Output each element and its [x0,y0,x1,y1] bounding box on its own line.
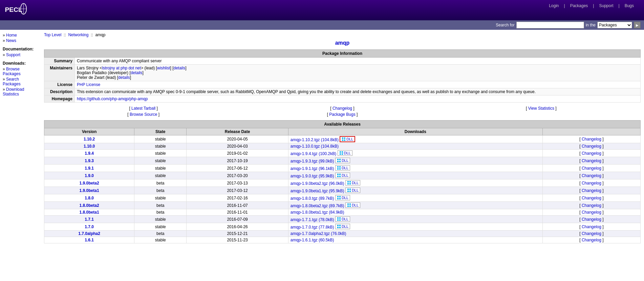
release-tgz-link[interactable]: amqp-1.10.0.tgz (104.8kB) [291,144,339,149]
release-changelog-link[interactable]: Changelog [582,203,601,208]
changelog-link[interactable]: Changelog [332,106,352,111]
release-changelog-link[interactable]: Changelog [582,173,601,178]
sidebar-browse-packages-link[interactable]: Browse Packages [3,67,21,76]
breadcrumb-toplevel[interactable]: Top Level [44,33,61,37]
search-button[interactable]: ▶ [634,22,641,28]
sidebar-download-statistics-link[interactable]: Download Statistics [3,87,24,96]
release-tgz-link[interactable]: amqp-1.9.3.tgz (99.0kB) [291,159,334,164]
release-version-link[interactable]: 1.8.0beta1 [80,210,99,215]
details-link-1[interactable]: details [174,66,186,70]
release-changelog-link[interactable]: Changelog [582,137,601,142]
svg-rect-21 [339,174,341,175]
browse-source-container: [ Browse Source ] [44,112,243,117]
release-tgz-link[interactable]: amqp-1.7.0.tgz (77.8kB) [291,225,334,230]
release-tgz-link[interactable]: amqp-1.6.1.tgz (60.5kB) [291,238,334,242]
release-changelog-cell: [ Changelog ] [542,165,640,172]
header-nav: Login | Packages | Support | Bugs [549,3,634,8]
release-date-cell: 2015-11-23 [187,237,288,243]
release-version-link[interactable]: 1.7.1 [85,217,94,222]
release-version-cell: 1.7.1 [44,216,134,223]
dll-button[interactable]: DLL [345,180,360,186]
release-tgz-link[interactable]: amqp-1.8.0beta1.tgz (84.9kB) [291,210,344,215]
release-version-link[interactable]: 1.7.0 [85,224,94,229]
release-version-link[interactable]: 1.9.0 [85,173,94,178]
release-version-link[interactable]: 1.9.0beta1 [80,188,99,193]
release-state-cell: stable [134,237,187,243]
release-version-link[interactable]: 1.6.1 [85,238,94,242]
dll-button[interactable]: DLL [338,150,352,156]
release-version-cell: 1.6.1 [44,237,134,243]
release-changelog-link[interactable]: Changelog [582,166,601,171]
packages-link[interactable]: Packages [570,3,588,8]
release-version-link[interactable]: 1.9.1 [85,166,94,171]
release-version-link[interactable]: 1.9.4 [85,151,94,156]
latest-tarball-link[interactable]: Latest Tarball [131,106,155,111]
sidebar-news-link[interactable]: News [6,38,16,43]
release-tgz-link[interactable]: amqp-1.9.0beta2.tgz (96.0kB) [291,181,344,186]
dll-button[interactable]: DLL [345,188,360,193]
dll-button[interactable]: DLL [335,158,350,163]
php-license-link[interactable]: PHP License [77,82,100,87]
release-tgz-link[interactable]: amqp-1.9.4.tgz (100.2kB) [291,151,336,156]
release-version-cell: 1.7.0 [44,223,134,231]
release-version-link[interactable]: 1.8.0beta2 [80,203,99,208]
details-link-3[interactable]: details [118,75,130,80]
search-input[interactable] [516,22,584,28]
release-changelog-link[interactable]: Changelog [582,181,601,186]
release-downloads-cell: amqp-1.9.0beta2.tgz (96.0kB) DLL [288,179,542,187]
release-changelog-link[interactable]: Changelog [582,231,601,236]
release-tgz-link[interactable]: amqp-1.8.0.tgz (89.7kB) [291,196,334,201]
release-tgz-link[interactable]: amqp-1.9.1.tgz (96.1kB) [291,166,334,171]
homepage-link[interactable]: https://github.com/php-amqp/php-amqp [77,96,148,101]
dll-button[interactable]: DLL [335,173,350,178]
dll-button[interactable]: DLL [335,224,350,229]
details-link-2[interactable]: details [131,70,143,75]
release-version-cell: 1.10.2 [44,135,134,143]
dll-button[interactable]: DLL [345,202,360,208]
package-bugs-link[interactable]: Package Bugs [329,112,355,117]
view-statistics-link[interactable]: View Statistics [528,106,554,111]
breadcrumb-networking[interactable]: Networking [68,33,88,37]
release-state-cell: beta [134,209,187,216]
release-version-link[interactable]: 1.7.0alpha2 [78,231,100,236]
release-changelog-link[interactable]: Changelog [582,224,601,229]
release-changelog-link[interactable]: Changelog [582,217,601,222]
release-tgz-link[interactable]: amqp-1.7.0alpha2.tgz (76.0kB) [291,231,346,236]
release-changelog-link[interactable]: Changelog [582,151,601,156]
sidebar-search-packages-link[interactable]: Search Packages [3,77,21,86]
wishlist-link[interactable]: wishlist [157,66,170,70]
bugs-link[interactable]: Bugs [625,3,634,8]
release-changelog-link[interactable]: Changelog [582,196,601,200]
browse-source-link[interactable]: Browse Source [130,112,157,117]
sidebar-home-link[interactable]: Home [6,33,17,38]
release-changelog-link[interactable]: Changelog [582,158,601,163]
release-tgz-link[interactable]: amqp-1.9.0.tgz (95.9kB) [291,174,334,178]
release-version-link[interactable]: 1.10.0 [84,144,95,149]
release-tgz-link[interactable]: amqp-1.8.0beta2.tgz (89.7kB) [291,203,344,208]
dll-button[interactable]: DLL [340,136,355,142]
svg-rect-27 [349,183,351,185]
support-link[interactable]: Support [599,3,613,8]
svg-rect-11 [342,153,343,155]
release-version-link[interactable]: 1.8.0 [85,196,94,200]
dll-button[interactable]: DLL [335,195,350,200]
release-version-cell: 1.10.0 [44,143,134,150]
maintainer-email-1[interactable]: lstrojny at php dot net [102,66,141,70]
col-release-date: Release Date [187,128,288,135]
release-tgz-link[interactable]: amqp-1.9.0beta1.tgz (95.9kB) [291,189,344,193]
release-tgz-link[interactable]: amqp-1.7.1.tgz (78.0kB) [291,217,334,222]
release-changelog-link[interactable]: Changelog [582,188,601,193]
release-version-link[interactable]: 1.10.2 [84,137,95,142]
sidebar-support-link[interactable]: Support [6,52,20,57]
dll-button[interactable]: DLL [335,216,350,222]
release-tgz-link[interactable]: amqp-1.10.2.tgz (104.8kB) [291,137,339,142]
dll-button[interactable]: DLL [335,165,350,171]
svg-rect-41 [339,217,341,219]
release-changelog-link[interactable]: Changelog [582,144,601,149]
release-version-link[interactable]: 1.9.0beta2 [80,181,99,186]
login-link[interactable]: Login [549,3,559,8]
search-category-select[interactable]: Packages Authors Documentation [597,22,632,28]
release-version-link[interactable]: 1.9.3 [85,158,94,163]
release-changelog-link[interactable]: Changelog [582,238,601,242]
release-changelog-link[interactable]: Changelog [582,210,601,215]
